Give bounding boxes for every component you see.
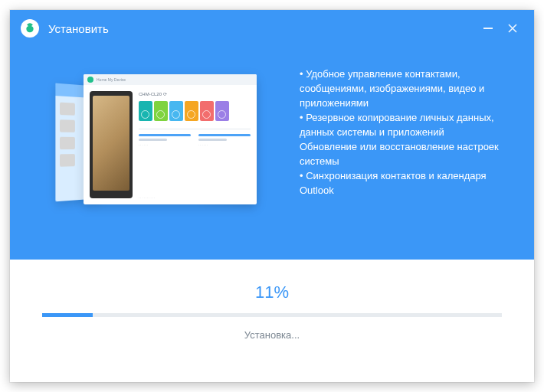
app-icon <box>21 19 39 38</box>
feature-item: • Синхронизация контактов и календаря Ou… <box>300 168 514 198</box>
feature-item: • Удобное управление контактами, сообщен… <box>300 67 514 110</box>
progress-bar <box>42 313 502 317</box>
installer-window: Установить Home My Device <box>10 10 534 382</box>
progress-percent: 11% <box>255 283 289 302</box>
illustration-card-front: Home My Device CHM-CL20 ⟳ <box>84 74 257 204</box>
minimize-button[interactable] <box>477 18 499 39</box>
close-button[interactable] <box>502 18 523 39</box>
titlebar: Установить <box>10 10 534 47</box>
status-text: Установка... <box>244 329 300 341</box>
svg-rect-0 <box>483 28 493 29</box>
product-illustration: Home My Device CHM-CL20 ⟳ <box>18 64 293 224</box>
feature-item: • Резервное копирование личных данных, д… <box>300 110 514 139</box>
feature-list: • Удобное управление контактами, сообщен… <box>293 64 514 224</box>
hero-panel: Установить Home My Device <box>10 10 534 260</box>
window-title: Установить <box>48 22 109 35</box>
progress-bar-fill <box>42 313 93 317</box>
hero-content: Home My Device CHM-CL20 ⟳ <box>10 64 534 224</box>
phone-icon <box>90 91 133 198</box>
progress-panel: 11% Установка... <box>10 260 534 382</box>
feature-item: Обновление или восстановление настроек с… <box>300 139 514 168</box>
illustration-appbar-label: Home My Device <box>97 77 126 82</box>
illustration-model-name: CHM-CL20 ⟳ <box>139 91 251 96</box>
